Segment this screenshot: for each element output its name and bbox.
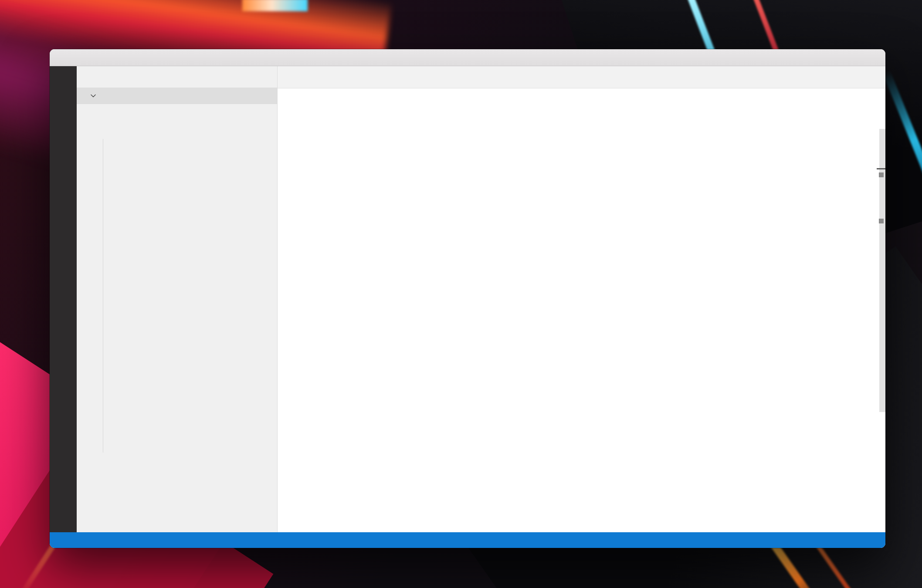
overview-ruler-mark — [879, 172, 884, 177]
breadcrumb — [278, 88, 885, 103]
code-editor[interactable] — [278, 103, 885, 532]
window-title — [50, 49, 885, 66]
tree-indent-guide — [103, 139, 103, 453]
overview-ruler-mark — [877, 168, 885, 169]
explorer-sidebar — [77, 66, 278, 532]
sidebar-header — [77, 66, 277, 88]
chevron-down-icon — [89, 91, 98, 100]
activity-bar — [50, 66, 77, 532]
editor-group — [278, 66, 885, 532]
workspace-section-header[interactable] — [77, 88, 277, 104]
status-bar — [50, 532, 885, 548]
overview-ruler-mark — [879, 219, 884, 223]
vscode-window — [50, 49, 885, 548]
titlebar[interactable] — [50, 49, 885, 66]
tab-bar — [278, 66, 885, 88]
editor-scrollbar[interactable] — [879, 129, 885, 412]
